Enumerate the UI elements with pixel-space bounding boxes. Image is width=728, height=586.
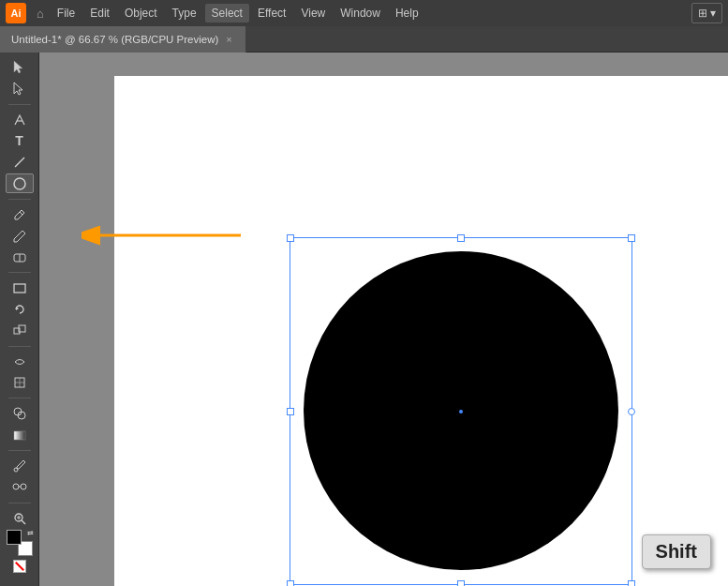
home-button[interactable]: ⌂ — [32, 5, 49, 23]
tool-separator-2 — [8, 199, 31, 200]
type-tool-button[interactable]: T — [6, 131, 34, 150]
tool-separator-7 — [8, 503, 31, 503]
eyedropper-tool-button[interactable] — [6, 457, 34, 475]
color-swatches: ⇄ — [7, 530, 33, 580]
menu-effect[interactable]: Effect — [251, 4, 292, 23]
menu-object[interactable]: Object — [118, 4, 164, 23]
menu-bar: Ai ⌂ File Edit Object Type Select Effect… — [0, 0, 728, 26]
tool-separator-4 — [8, 346, 31, 347]
tab-title: Untitled-1* @ 66.67 % (RGB/CPU Preview) — [11, 34, 218, 45]
menu-file[interactable]: File — [51, 4, 82, 23]
ellipse-object[interactable] — [297, 245, 625, 578]
line-tool-button[interactable] — [6, 153, 34, 172]
workspace-switcher[interactable]: ⊞ ▾ — [691, 3, 722, 23]
svg-point-18 — [14, 468, 18, 472]
rectangle-tool-button[interactable] — [6, 278, 34, 297]
shift-badge: Shift — [642, 534, 711, 569]
svg-line-5 — [20, 212, 22, 215]
zoom-tool-button[interactable] — [6, 508, 34, 527]
workspace-chevron-icon: ▾ — [710, 7, 716, 20]
svg-point-4 — [14, 178, 25, 189]
document-tab[interactable]: Untitled-1* @ 66.67 % (RGB/CPU Preview) … — [0, 26, 246, 53]
workspace-controls: ⊞ ▾ — [691, 3, 722, 23]
app-logo: Ai — [6, 3, 26, 23]
swap-icon: ⇄ — [27, 529, 34, 537]
direct-selection-tool-button[interactable] — [6, 79, 34, 98]
canvas-area[interactable]: Shift — [39, 53, 728, 586]
color-mode-row — [13, 560, 26, 573]
fill-swatch — [7, 530, 22, 545]
menu-type[interactable]: Type — [166, 4, 203, 23]
scale-tool-button[interactable] — [6, 321, 34, 339]
main-layout: T — [0, 53, 728, 586]
svg-marker-9 — [16, 307, 19, 310]
blend-tool-button[interactable] — [6, 477, 34, 496]
tool-separator-1 — [8, 104, 31, 105]
ellipse-tool-button[interactable] — [6, 173, 34, 193]
svg-rect-8 — [14, 284, 25, 293]
menu-edit[interactable]: Edit — [83, 4, 116, 23]
center-point — [459, 410, 463, 413]
svg-marker-0 — [14, 61, 22, 73]
paintbrush-tool-button[interactable] — [6, 205, 34, 224]
menu-help[interactable]: Help — [389, 4, 425, 23]
svg-marker-1 — [14, 83, 22, 95]
tool-separator-3 — [8, 272, 31, 273]
gradient-tool-button[interactable] — [6, 425, 34, 443]
type-icon: T — [15, 133, 23, 148]
tool-separator-5 — [8, 398, 31, 398]
svg-point-19 — [13, 484, 19, 489]
tab-close-button[interactable]: × — [224, 34, 233, 45]
warp-tool-button[interactable] — [6, 352, 34, 370]
fill-stroke-indicator[interactable]: ⇄ — [7, 530, 33, 556]
menu-window[interactable]: Window — [334, 4, 387, 23]
tab-bar: Untitled-1* @ 66.67 % (RGB/CPU Preview) … — [0, 26, 728, 53]
shape-builder-button[interactable] — [6, 404, 34, 423]
selection-tool-button[interactable] — [6, 58, 34, 77]
svg-rect-17 — [14, 431, 25, 440]
menu-view[interactable]: View — [294, 4, 332, 23]
menu-select[interactable]: Select — [205, 4, 249, 23]
pencil-tool-button[interactable] — [6, 226, 34, 245]
tool-separator-6 — [8, 450, 31, 451]
rotate-tool-button[interactable] — [6, 300, 34, 319]
none-icon[interactable] — [13, 560, 26, 573]
eraser-tool-button[interactable] — [6, 248, 34, 266]
workspace-grid-icon: ⊞ — [698, 7, 707, 20]
pen-tool-button[interactable] — [6, 111, 34, 129]
svg-line-23 — [22, 520, 25, 524]
svg-point-20 — [21, 484, 26, 489]
svg-line-3 — [15, 158, 24, 167]
free-transform-button[interactable] — [6, 373, 34, 392]
toolbar: T — [0, 53, 39, 586]
